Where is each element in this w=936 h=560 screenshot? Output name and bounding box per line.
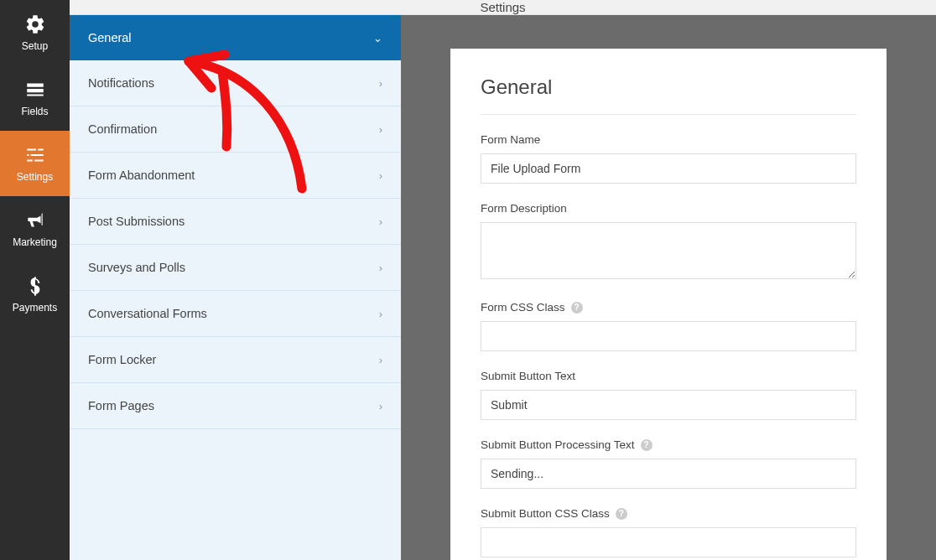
help-icon[interactable]: ? — [641, 439, 653, 451]
nav-setup[interactable]: Setup — [0, 0, 70, 65]
form-css-class-label: Form CSS Class — [481, 301, 565, 314]
sidebar-item-label: Surveys and Polls — [88, 261, 185, 274]
nav-payments[interactable]: Payments — [0, 262, 70, 327]
panel-title: General — [481, 75, 856, 115]
submit-button-processing-label: Submit Button Processing Text — [481, 438, 635, 451]
gear-icon — [24, 13, 46, 35]
nav-fields[interactable]: Fields — [0, 65, 70, 131]
nav-marketing-label: Marketing — [13, 236, 57, 248]
bullhorn-icon — [24, 210, 46, 231]
sidebar-item-label: Conversational Forms — [88, 307, 207, 320]
submit-button-css-class-label: Submit Button CSS Class — [481, 507, 610, 520]
sidebar-item-label: Form Pages — [88, 399, 154, 412]
sidebar-item-label: General — [88, 31, 132, 44]
content-area: General ⌄ Notifications › Confirmation ›… — [70, 15, 936, 560]
chevron-right-icon: › — [379, 215, 382, 228]
sidebar-item-general[interactable]: General ⌄ — [70, 15, 401, 60]
sidebar-item-label: Form Abandonment — [88, 169, 195, 182]
field-form-description: Form Description — [481, 202, 856, 283]
sidebar-item-post-submissions[interactable]: Post Submissions › — [70, 199, 401, 245]
nav-setup-label: Setup — [22, 40, 48, 52]
field-submit-button-processing: Submit Button Processing Text ? — [481, 438, 856, 489]
right-area: Settings General ⌄ Notifications › Confi… — [70, 0, 936, 560]
help-icon[interactable]: ? — [571, 302, 583, 314]
sidebar-item-confirmation[interactable]: Confirmation › — [70, 106, 401, 153]
field-submit-button-css-class: Submit Button CSS Class ? — [481, 507, 856, 557]
nav-fields-label: Fields — [21, 106, 48, 117]
chevron-right-icon: › — [379, 123, 382, 136]
chevron-right-icon: › — [379, 354, 382, 366]
settings-sidebar: General ⌄ Notifications › Confirmation ›… — [70, 15, 401, 560]
nav-settings-label: Settings — [17, 171, 53, 183]
nav-settings[interactable]: Settings — [0, 131, 70, 196]
help-icon[interactable]: ? — [616, 508, 627, 520]
chevron-right-icon: › — [379, 169, 382, 182]
submit-button-processing-input[interactable] — [481, 459, 856, 489]
sidebar-item-form-locker[interactable]: Form Locker › — [70, 337, 401, 383]
chevron-right-icon: › — [379, 400, 382, 412]
submit-button-css-class-input[interactable] — [481, 527, 856, 557]
sidebar-item-label: Notifications — [88, 76, 154, 90]
field-submit-button-text: Submit Button Text — [481, 370, 856, 420]
submit-button-text-input[interactable] — [481, 390, 856, 420]
chevron-right-icon: › — [379, 262, 382, 274]
form-description-label: Form Description — [481, 202, 856, 215]
fields-icon — [24, 79, 46, 101]
sidebar-item-label: Confirmation — [88, 122, 157, 136]
form-description-textarea[interactable] — [481, 222, 856, 279]
page-title: Settings — [480, 0, 525, 14]
field-form-css-class: Form CSS Class ? — [481, 301, 856, 351]
main-area: General Form Name Form Description Form … — [401, 15, 936, 560]
chevron-right-icon: › — [379, 308, 382, 320]
submit-button-text-label: Submit Button Text — [481, 370, 856, 382]
chevron-down-icon: ⌄ — [373, 32, 382, 44]
sidebar-item-form-pages[interactable]: Form Pages › — [70, 383, 401, 429]
sidebar-item-surveys-polls[interactable]: Surveys and Polls › — [70, 245, 401, 291]
form-name-input[interactable] — [481, 153, 856, 184]
topbar: Settings — [70, 0, 936, 15]
form-css-class-input[interactable] — [481, 321, 856, 351]
sidebar-item-label: Post Submissions — [88, 215, 185, 228]
dollar-icon — [24, 275, 46, 297]
nav-payments-label: Payments — [13, 302, 57, 314]
settings-panel: General Form Name Form Description Form … — [450, 49, 887, 560]
sidebar-item-label: Form Locker — [88, 353, 156, 366]
sidebar-item-conversational-forms[interactable]: Conversational Forms › — [70, 291, 401, 337]
field-form-name: Form Name — [481, 133, 856, 184]
sidebar-item-form-abandonment[interactable]: Form Abandonment › — [70, 153, 401, 199]
left-nav: Setup Fields Settings Marketing Payments — [0, 0, 70, 560]
sliders-icon — [24, 144, 46, 166]
sidebar-item-notifications[interactable]: Notifications › — [70, 60, 401, 106]
form-name-label: Form Name — [481, 133, 856, 146]
chevron-right-icon: › — [379, 77, 382, 90]
nav-marketing[interactable]: Marketing — [0, 196, 70, 262]
